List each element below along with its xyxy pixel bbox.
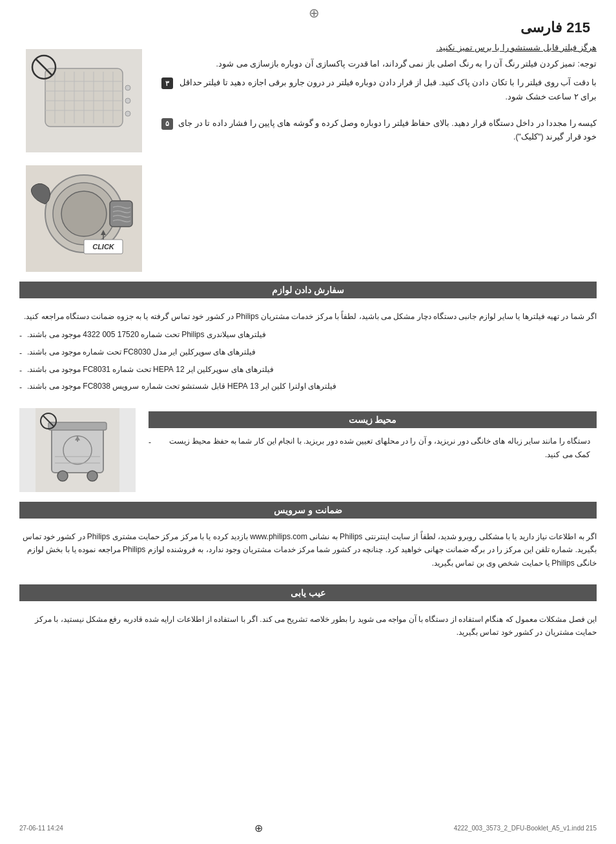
order-section-header: سفارش دادن لوازم	[19, 282, 597, 298]
warranty-text: اگر به اطلاعات نیاز دارید یا با مشکلی رو…	[19, 525, 597, 575]
dash-icon: -	[19, 329, 22, 344]
note-text: توجه: تمیز کردن فیلتر رنگ آن را به رنگ ا…	[161, 57, 597, 71]
no-brush-warning: هرگز فیلتر قابل شستشو را با برس تمیز نکن…	[161, 43, 597, 52]
page: ⊕ 215 فارسی هرگز فیلتر قابل شستشو را با …	[0, 0, 616, 844]
dash-icon-2: -	[19, 347, 22, 361]
bullet-text-4: فیلترهای اولترا کلین ایر 13 HEPA قابل شس…	[27, 380, 336, 394]
vacuum-top-image	[26, 49, 142, 152]
bottom-sections: سفارش دادن لوازم اگر شما در تهیه فیلترها…	[0, 282, 616, 644]
header-right: 215 فارسی	[520, 19, 590, 36]
environment-row: محیط زیست - دستگاه را مانند سایر زباله ه…	[19, 402, 597, 492]
header-section: 215 فارسی	[0, 0, 616, 43]
footer-center-symbol: ⊕	[254, 822, 263, 834]
footer-date: 27-06-11 14:24	[19, 825, 63, 832]
svg-point-15	[125, 111, 130, 116]
bullet-item-3: - فیلترهای های سوپرکلین ایر 12 HEPA تحت …	[19, 363, 590, 378]
image-column: CLICK	[19, 43, 149, 272]
trash-image	[19, 408, 136, 492]
footer: 27-06-11 14:24 ⊕ 4222_003_3573_2_DFU-Boo…	[0, 822, 616, 834]
order-bullets: - فیلترهای سیلاندری Philips تحت شماره 17…	[19, 328, 597, 395]
env-bullet-text-1: دستگاه را مانند سایر زباله های خانگی دور…	[156, 435, 590, 462]
top-decoration-symbol: ⊕	[309, 5, 320, 21]
svg-rect-29	[48, 422, 107, 430]
svg-text:CLICK: CLICK	[92, 243, 115, 251]
troubleshoot-text: این فصل مشکلات معمول که هنگام استفاده از…	[19, 608, 597, 644]
warranty-section-header: ضمانت و سرویس	[19, 502, 597, 519]
svg-point-13	[125, 85, 130, 90]
dash-icon-3: -	[19, 364, 22, 378]
svg-point-14	[125, 98, 130, 103]
svg-point-33	[87, 471, 98, 481]
step-5-text: کیسه را مجددا در داخل دستگاه قرار دهید. …	[177, 117, 597, 145]
step-5-number: ۵	[161, 118, 173, 130]
bullet-text-1: فیلترهای سیلاندری Philips تحت شماره 1752…	[27, 328, 266, 342]
svg-rect-28	[52, 427, 103, 473]
bullet-item-4: - فیلترهای اولترا کلین ایر 13 HEPA قابل …	[19, 380, 590, 395]
environment-section-header: محیط زیست	[149, 411, 597, 428]
env-dash-icon: -	[149, 436, 151, 450]
step-3: ۳ با دقت آب روی فیلتر را با تکان دادن پا…	[161, 76, 597, 104]
bullet-text-3: فیلترهای های سوپرکلین ایر 12 HEPA تحت شم…	[27, 363, 274, 377]
troubleshoot-section-header: عیب یابی	[19, 584, 597, 601]
step-3-text: با دقت آب روی فیلتر را با تکان دادن پاک …	[177, 76, 597, 104]
bullet-item-2: - فیلترهای های سوپرکلین ایر مدل FC8030 ت…	[19, 345, 590, 361]
step-5: ۵ کیسه را مجددا در داخل دستگاه قرار دهید…	[161, 117, 597, 145]
step-3-number: ۳	[161, 77, 173, 89]
svg-rect-22	[110, 201, 132, 227]
click-image: CLICK	[26, 165, 142, 272]
text-column: هرگز فیلتر قابل شستشو را با برس تمیز نکن…	[161, 43, 597, 272]
environment-text-col: محیط زیست - دستگاه را مانند سایر زباله ه…	[149, 402, 597, 464]
bullet-item-1: - فیلترهای سیلاندری Philips تحت شماره 17…	[19, 328, 590, 344]
dash-icon-4: -	[19, 381, 22, 395]
environment-bullets: - دستگاه را مانند سایر زباله های خانگی د…	[149, 435, 597, 462]
main-content: هرگز فیلتر قابل شستشو را با برس تمیز نکن…	[0, 43, 616, 272]
bullet-text-2: فیلترهای های سوپرکلین ایر مدل FC8030 تحت…	[27, 345, 256, 360]
env-bullet-1: - دستگاه را مانند سایر زباله های خانگی د…	[149, 435, 590, 462]
svg-point-21	[61, 191, 107, 236]
order-intro: اگر شما در تهیه فیلترها یا سایر لوازم جا…	[19, 305, 597, 328]
footer-filename: 4222_003_3573_2_DFU-Booklet_A5_v1.indd 2…	[454, 825, 597, 832]
svg-point-32	[57, 471, 68, 481]
page-title: 215 فارسی	[520, 19, 590, 36]
